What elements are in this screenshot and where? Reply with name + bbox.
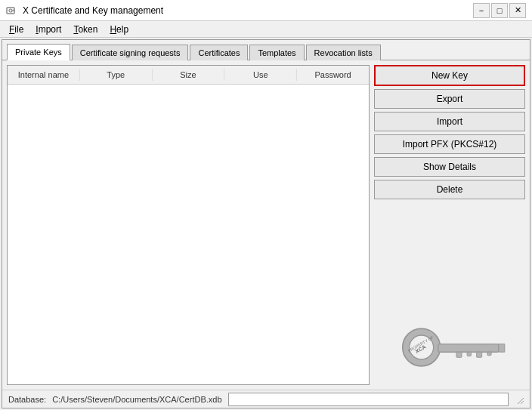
status-input[interactable] — [228, 393, 509, 406]
key-illustration: PROPERTY OF XCA — [374, 202, 525, 385]
tab-revocation[interactable]: Revocation lists — [306, 45, 381, 60]
menu-help[interactable]: Help — [104, 23, 135, 36]
keys-table[interactable]: Internal name Type Size Use Password — [7, 65, 370, 385]
menu-bar: File Import Token Help — [0, 21, 532, 38]
title-bar: X Certificate and Key management − □ ✕ — [0, 0, 532, 21]
database-label: Database: — [8, 395, 46, 404]
svg-rect-6 — [438, 344, 499, 353]
svg-rect-9 — [477, 352, 482, 357]
menu-import[interactable]: Import — [29, 23, 67, 36]
svg-line-15 — [521, 401, 524, 404]
tab-csr[interactable]: Certificate signing requests — [72, 45, 189, 60]
close-button[interactable]: ✕ — [509, 3, 526, 18]
maximize-button[interactable]: □ — [491, 3, 508, 18]
col-use: Use — [224, 69, 297, 81]
menu-token[interactable]: Token — [67, 23, 104, 36]
svg-rect-10 — [487, 352, 491, 355]
new-key-button[interactable]: New Key — [374, 65, 525, 86]
delete-button[interactable]: Delete — [374, 180, 525, 199]
show-details-button[interactable]: Show Details — [374, 157, 525, 177]
app-title: X Certificate and Key management — [23, 5, 163, 16]
resize-grip[interactable] — [515, 395, 524, 404]
window-controls[interactable]: − □ ✕ — [473, 3, 526, 18]
minimize-button[interactable]: − — [473, 3, 490, 18]
content-area: Internal name Type Size Use Password New… — [2, 60, 530, 390]
svg-marker-11 — [499, 344, 505, 353]
title-bar-left: X Certificate and Key management — [6, 5, 163, 17]
main-window: Private Keys Certificate signing request… — [2, 39, 530, 408]
tab-bar: Private Keys Certificate signing request… — [2, 40, 530, 60]
svg-line-14 — [518, 398, 524, 404]
svg-rect-7 — [456, 352, 462, 357]
col-internal-name: Internal name — [8, 69, 80, 81]
app-icon — [6, 5, 18, 17]
svg-rect-8 — [467, 352, 471, 356]
tab-private-keys[interactable]: Private Keys — [7, 44, 70, 60]
import-pfx-button[interactable]: Import PFX (PKCS#12) — [374, 134, 525, 154]
svg-point-1 — [9, 9, 12, 12]
col-password: Password — [297, 69, 369, 81]
database-path: C:/Users/Steven/Documents/XCA/CertDB.xdb — [52, 395, 221, 404]
import-button[interactable]: Import — [374, 112, 525, 131]
key-image: PROPERTY OF XCA — [389, 317, 510, 378]
tab-templates[interactable]: Templates — [249, 45, 304, 60]
status-bar: Database: C:/Users/Steven/Documents/XCA/… — [2, 390, 530, 408]
menu-file[interactable]: File — [3, 23, 29, 36]
table-header: Internal name Type Size Use Password — [8, 66, 369, 85]
col-type: Type — [80, 69, 153, 81]
tab-certificates[interactable]: Certificates — [190, 45, 248, 60]
col-size: Size — [153, 69, 225, 81]
export-button[interactable]: Export — [374, 89, 525, 109]
action-panel: New Key Export Import Import PFX (PKCS#1… — [374, 65, 525, 385]
